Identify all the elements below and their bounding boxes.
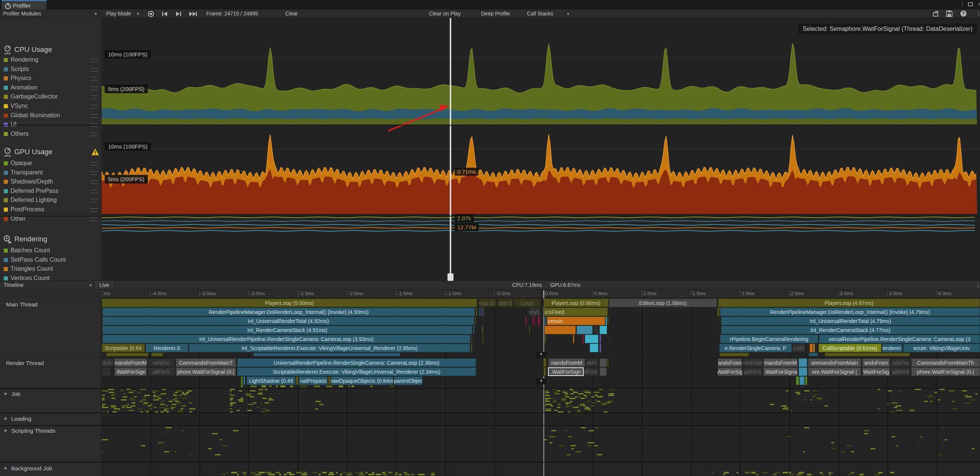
legend-item-animation[interactable]: Animation — [0, 84, 101, 92]
timeline-sample[interactable]: Inl_RenderCameraStack (4.77ms) — [721, 325, 980, 334]
record-icon[interactable] — [148, 11, 154, 17]
legend-item-scripts[interactable]: Scripts — [0, 65, 101, 74]
timeline-sample[interactable] — [809, 353, 818, 357]
timeline-sample[interactable]: ecute: VikingVillageUniv — [903, 344, 980, 352]
thread-group-job[interactable]: ▶Job — [0, 390, 101, 398]
timeline-body[interactable]: PlayerLoop (5.00ms)oop (0.Loop (0.CounPl… — [0, 297, 980, 476]
drag-handle-icon[interactable] — [90, 208, 98, 212]
timeline-sample[interactable]: aitForS — [148, 367, 175, 376]
timeline-sample[interactable] — [525, 317, 527, 325]
timeline-sample[interactable]: dsFr — [585, 358, 598, 367]
timeline-sample[interactable] — [719, 317, 721, 325]
module-header-gpu-usage[interactable]: GPU Usage — [14, 148, 52, 156]
drag-handle-icon[interactable] — [90, 218, 98, 221]
timeline-sample[interactable] — [573, 335, 574, 343]
drag-handle-icon[interactable] — [90, 68, 98, 71]
timeline-sample[interactable]: .WaitForSign — [548, 367, 584, 376]
timeline-sample[interactable] — [600, 358, 607, 367]
clear-on-play-toggle[interactable]: Clear on Play — [429, 11, 461, 17]
timeline-sample[interactable] — [241, 376, 243, 385]
timeline-sample[interactable]: CommandsFromMainT — [176, 358, 236, 367]
legend-item-physics[interactable]: Physics — [0, 75, 101, 83]
timeline-sample[interactable] — [102, 367, 111, 376]
timeline-sample[interactable] — [328, 376, 331, 385]
drag-handle-icon[interactable] — [90, 95, 98, 99]
next-frame-icon[interactable] — [175, 11, 181, 17]
legend-item-garbagecollector[interactable]: GarbageCollector — [0, 93, 101, 101]
timeline-sample[interactable]: LightShadow (0.49 — [247, 376, 296, 385]
timeline-sample[interactable]: rPipeline.BeginCameraRendering — [720, 335, 818, 343]
selected-frame-handle[interactable] — [447, 273, 453, 281]
drag-handle-icon[interactable] — [90, 105, 98, 108]
timeline-sample[interactable] — [801, 386, 805, 388]
legend-item-rendering[interactable]: Rendering — [0, 56, 101, 64]
legend-item-postprocess[interactable]: PostProcess — [0, 206, 101, 214]
legend-item-vsync[interactable]: VSync — [0, 102, 101, 111]
timeline-sample[interactable] — [529, 325, 530, 334]
collapse-rows-button[interactable]: ▼ — [536, 352, 546, 357]
timeline-sample[interactable] — [805, 376, 807, 385]
legend-item-transparent[interactable]: Transparent — [0, 169, 101, 177]
timeline-sample[interactable] — [253, 353, 400, 357]
timeline-sample[interactable]: cessin — [547, 317, 605, 325]
timeline-sample[interactable]: Cont — [792, 344, 805, 352]
timeline-sample[interactable]: aitForS — [743, 367, 762, 376]
drag-handle-icon[interactable] — [90, 162, 98, 165]
load-profile-icon[interactable] — [932, 11, 939, 17]
timeline-sample[interactable] — [799, 358, 807, 367]
legend-item-deferred-lighting[interactable]: Deferred Lighting — [0, 196, 101, 205]
timeline-sample[interactable] — [544, 335, 546, 343]
timeline-sample[interactable]: Inl_UniversalRenderTotal (4.79ms) — [721, 317, 980, 325]
timeline-sample[interactable]: oop (0. — [479, 298, 497, 307]
timeline-sample[interactable]: Coun — [514, 298, 541, 307]
live-toggle[interactable]: Live — [95, 281, 114, 289]
timeline-sample[interactable]: WaitForSig — [718, 367, 742, 376]
profiler-charts[interactable] — [102, 18, 980, 280]
play-mode-dropdown[interactable]: Play Mode — [106, 11, 131, 17]
timeline-sample[interactable]: ndsFrom — [743, 358, 762, 367]
timeline-sample[interactable] — [535, 317, 536, 325]
legend-item-deferred-prepass[interactable]: Deferred PrePass — [0, 187, 101, 195]
timeline-sample[interactable] — [582, 335, 584, 343]
timeline-sample[interactable] — [544, 325, 576, 334]
time-ruler[interactable]: ms-4.0ms-3.5ms-3.0ms-2.5ms-2.0ms-1.5ms-1… — [0, 290, 980, 297]
thread-group-scripting-threads[interactable]: ▶Scripting Threads — [0, 427, 101, 435]
timeline-sample[interactable] — [824, 353, 910, 357]
timeline-sample[interactable]: UniversalRenderPipeline.RenderSingleCame… — [237, 358, 476, 367]
timeline-sample[interactable] — [473, 325, 474, 334]
legend-item-batches-count[interactable]: Batches Count — [0, 247, 101, 255]
timeline-sample[interactable] — [609, 335, 611, 343]
timeline-sample[interactable] — [475, 317, 476, 325]
save-profile-icon[interactable] — [946, 11, 953, 17]
timeline-sample[interactable]: ndsFro — [891, 358, 910, 367]
timeline-sample[interactable] — [577, 325, 593, 334]
timeline-menu-icon[interactable]: ⋮ — [975, 282, 980, 289]
timeline-sample[interactable]: Inl_ScriptableRenderer.Execute: VikingVi… — [189, 344, 470, 352]
legend-item-opaque[interactable]: Opaque — [0, 159, 101, 168]
module-header-rendering[interactable]: Rendering — [14, 235, 48, 243]
timeline-sample[interactable]: PlayerLoop (5.00ms) — [102, 298, 477, 307]
timeline-sample[interactable]: EditorLoop (1.08ms) — [609, 298, 717, 307]
legend-item-triangles-count[interactable]: Triangles Count — [0, 265, 101, 273]
legend-item-shadows-depth[interactable]: Shadows/Depth — [0, 178, 101, 186]
timeline-sample[interactable] — [600, 325, 607, 334]
timeline-sample[interactable] — [243, 376, 245, 385]
timeline-sample[interactable] — [600, 344, 601, 352]
timeline-sample[interactable] — [544, 317, 546, 325]
timeline-sample[interactable] — [106, 353, 148, 357]
timeline-sample[interactable]: icsFixed — [544, 308, 608, 316]
timeline-sample[interactable]: CommandsFromMainTh — [911, 358, 980, 367]
selected-frame-line[interactable] — [450, 18, 451, 280]
context-menu-icon[interactable]: ⋮ — [976, 10, 980, 17]
drag-handle-icon[interactable] — [90, 114, 98, 118]
expand-triangle-icon[interactable]: ▶ — [5, 428, 8, 432]
close-icon[interactable]: ✕ — [978, 1, 980, 7]
thread-group-main-thread[interactable]: Main Thread — [0, 301, 101, 308]
timeline-sample[interactable]: aitForS — [891, 367, 910, 376]
timeline-sample[interactable] — [799, 376, 804, 385]
thread-group-render-thread[interactable]: Render Thread — [0, 359, 101, 367]
module-header-cpu-usage[interactable]: CPU Usage — [14, 46, 52, 54]
drag-handle-icon[interactable] — [90, 133, 98, 136]
timeline-sample[interactable]: phore.WaitForSignal (0.( — [911, 367, 980, 376]
timeline-sample[interactable]: WaitForSig — [862, 367, 890, 376]
